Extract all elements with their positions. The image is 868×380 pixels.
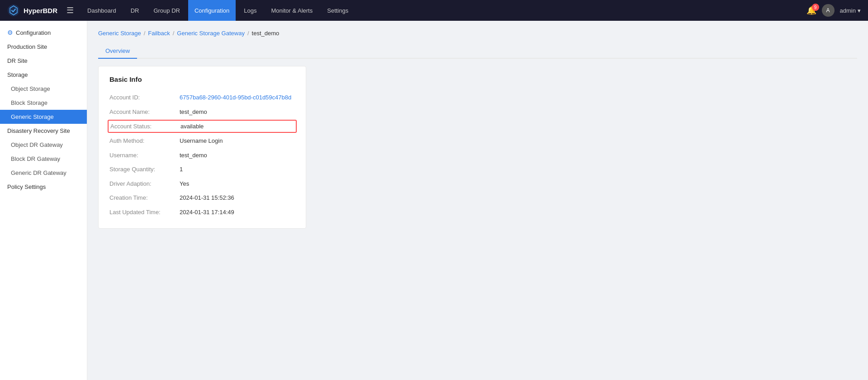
label-username: Username: (109, 151, 180, 160)
info-row-account-status: Account Status: available (108, 120, 297, 133)
sidebar: ⚙ Configuration Production Site DR Site … (0, 21, 87, 380)
breadcrumb-generic-storage[interactable]: Generic Storage (98, 30, 141, 37)
label-creation-time: Creation Time: (109, 193, 180, 202)
info-row-creation-time: Creation Time: 2024-01-31 15:52:36 (109, 191, 295, 205)
sidebar-item-storage[interactable]: Storage (0, 68, 87, 82)
label-auth-method: Auth Method: (109, 136, 180, 145)
notification-bell[interactable]: 🔔 9 (806, 5, 816, 15)
nav-dr[interactable]: DR (124, 0, 146, 21)
sidebar-item-dr-site[interactable]: DR Site (0, 54, 87, 68)
info-row-account-id: Account ID: 6757ba68-2960-401d-95bd-c01d… (109, 90, 295, 105)
info-row-account-name: Account Name: test_demo (109, 105, 295, 119)
sidebar-config-title: ⚙ Configuration (0, 25, 87, 40)
label-last-updated: Last Updated Time: (109, 208, 180, 217)
breadcrumb-failback[interactable]: Failback (148, 30, 170, 37)
basic-info-card: Basic Info Account ID: 6757ba68-2960-401… (98, 66, 306, 229)
sidebar-item-object-storage[interactable]: Object Storage (0, 82, 87, 96)
label-storage-quantity: Storage Quantity: (109, 165, 180, 174)
nav-settings[interactable]: Settings (321, 0, 355, 21)
sidebar-item-object-dr-gateway[interactable]: Object DR Gateway (0, 138, 87, 152)
nav-monitor-alerts[interactable]: Monitor & Alerts (265, 0, 319, 21)
value-auth-method: Username Login (180, 136, 223, 145)
sidebar-item-block-storage[interactable]: Block Storage (0, 96, 87, 110)
value-driver-adaption: Yes (180, 179, 189, 188)
logo-text: HyperBDR (24, 7, 57, 14)
breadcrumb: Generic Storage / Failback / Generic Sto… (98, 30, 857, 37)
label-account-name: Account Name: (109, 108, 180, 117)
card-title: Basic Info (109, 75, 295, 83)
label-driver-adaption: Driver Adaption: (109, 179, 180, 188)
info-row-last-updated: Last Updated Time: 2024-01-31 17:14:49 (109, 205, 295, 220)
logo-icon (7, 4, 20, 17)
sidebar-config-label: Configuration (16, 29, 51, 36)
sidebar-item-production-site[interactable]: Production Site (0, 40, 87, 54)
label-account-status: Account Status: (110, 123, 180, 130)
sidebar-item-block-dr-gateway[interactable]: Block DR Gateway (0, 152, 87, 166)
sidebar-item-policy-settings[interactable]: Policy Settings (0, 180, 87, 194)
info-row-driver-adaption: Driver Adaption: Yes (109, 177, 295, 191)
nav-logs[interactable]: Logs (237, 0, 263, 21)
value-account-name: test_demo (180, 108, 207, 117)
breadcrumb-sep-3: / (247, 30, 249, 37)
notification-badge: 9 (812, 4, 819, 11)
info-row-auth-method: Auth Method: Username Login (109, 134, 295, 148)
config-icon: ⚙ (7, 29, 13, 36)
tabs: Overview (98, 44, 857, 59)
logo: HyperBDR (7, 4, 57, 17)
value-account-id[interactable]: 6757ba68-2960-401d-95bd-c01d59c47b8d (180, 93, 291, 102)
topnav-right: 🔔 9 A admin ▾ (806, 4, 861, 17)
breadcrumb-generic-storage-gateway[interactable]: Generic Storage Gateway (177, 30, 245, 37)
value-account-status: available (180, 123, 204, 130)
info-row-storage-quantity: Storage Quantity: 1 (109, 162, 295, 177)
breadcrumb-sep-1: / (144, 30, 146, 37)
nav-dashboard[interactable]: Dashboard (81, 0, 123, 21)
main-content: Generic Storage / Failback / Generic Sto… (87, 21, 868, 380)
value-last-updated: 2024-01-31 17:14:49 (180, 208, 234, 217)
layout: ⚙ Configuration Production Site DR Site … (0, 21, 868, 380)
avatar: A (822, 4, 835, 17)
value-creation-time: 2024-01-31 15:52:36 (180, 193, 234, 202)
tab-overview[interactable]: Overview (98, 44, 137, 59)
value-username: test_demo (180, 151, 207, 160)
breadcrumb-sep-2: / (173, 30, 175, 37)
value-storage-quantity: 1 (180, 165, 183, 174)
user-menu[interactable]: admin ▾ (840, 7, 861, 14)
hamburger-icon[interactable]: ☰ (66, 5, 74, 15)
nav-configuration[interactable]: Configuration (188, 0, 236, 21)
username-label: admin (840, 7, 856, 14)
sidebar-item-generic-dr-gateway[interactable]: Generic DR Gateway (0, 166, 87, 180)
sidebar-item-disaster-recovery[interactable]: Disastery Recovery Site (0, 124, 87, 138)
svg-point-0 (8, 5, 19, 16)
label-account-id: Account ID: (109, 93, 180, 102)
info-row-username: Username: test_demo (109, 148, 295, 163)
sidebar-item-generic-storage[interactable]: Generic Storage (0, 110, 87, 124)
breadcrumb-current: test_demo (252, 30, 280, 37)
topnav: HyperBDR ☰ Dashboard DR Group DR Configu… (0, 0, 868, 21)
nav-group-dr[interactable]: Group DR (147, 0, 186, 21)
chevron-down-icon: ▾ (858, 7, 861, 14)
